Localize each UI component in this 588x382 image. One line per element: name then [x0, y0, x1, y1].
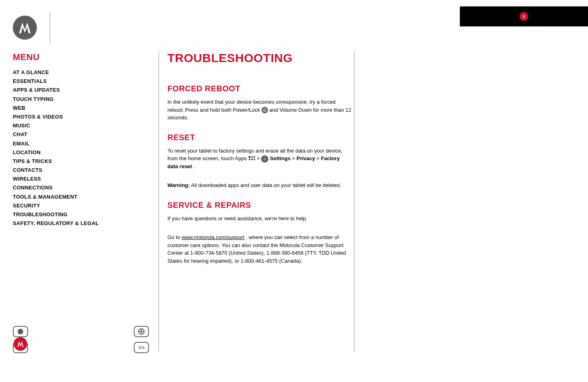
sidebar-item-safety-legal[interactable]: SAFETY, REGULATORY & LEGAL	[13, 220, 149, 227]
section-body-service2: Go to www.motorola.com/support , where y…	[167, 233, 352, 265]
section-heading-forced-reboot: FORCED REBOOT	[167, 84, 352, 93]
sidebar-item-at-a-glance[interactable]: AT A GLANCE	[13, 69, 149, 76]
content-column-divider	[354, 51, 354, 352]
bottom-nav: << >>	[13, 326, 149, 353]
section-body-reset: To reset your tablet to factory settings…	[167, 147, 352, 171]
sidebar-item-touch-typing[interactable]: TOUCH TYPING	[13, 96, 149, 103]
sidebar-list: AT A GLANCE ESSENTIALS APPS & UPDATES TO…	[13, 69, 149, 227]
text-reset-sep1: >	[292, 155, 296, 161]
sidebar-item-apps-updates[interactable]: APPS & UPDATES	[13, 86, 149, 94]
sidebar-item-connections[interactable]: CONNECTIONS	[13, 184, 149, 191]
text-service-pre: Go to	[167, 234, 181, 240]
text-reset-sep2: >	[316, 155, 321, 161]
top-brand-bar	[460, 6, 588, 26]
header-divider	[50, 12, 50, 43]
nav-globe-button[interactable]	[134, 326, 149, 337]
sidebar-item-troubleshooting[interactable]: TROUBLESHOOTING	[13, 211, 149, 218]
section-heading-service: SERVICE & REPAIRS	[167, 201, 352, 210]
text-reset-mid: >	[257, 155, 261, 161]
motorola-logo-icon	[520, 12, 528, 21]
text-warning-body: All downloaded apps and user data on you…	[191, 182, 341, 188]
power-lock-icon: ⏻	[262, 107, 268, 113]
motorola-logo-large-icon	[13, 16, 37, 40]
sidebar-item-chat[interactable]: CHAT	[13, 131, 149, 138]
sidebar-item-music[interactable]: MUSIC	[13, 122, 149, 129]
sidebar-menu: MENU AT A GLANCE ESSENTIALS APPS & UPDAT…	[13, 52, 149, 229]
sidebar-item-web[interactable]: WEB	[13, 105, 149, 112]
header-logo-area	[13, 12, 50, 43]
page-title: TROUBLESHOOTING	[167, 51, 352, 65]
sidebar-item-photos-videos[interactable]: PHOTOS & VIDEOS	[13, 113, 149, 121]
main-content: TROUBLESHOOTING FORCED REBOOT In the unl…	[167, 51, 352, 276]
nav-forward-button[interactable]: >>	[134, 342, 149, 353]
sidebar-item-tools-management[interactable]: TOOLS & MANAGEMENT	[13, 193, 149, 201]
text-warning-label: Warning:	[167, 182, 190, 188]
sidebar-item-contacts[interactable]: CONTACTS	[13, 167, 149, 174]
main-column-divider	[159, 51, 159, 352]
section-body-forced-reboot: In the unlikely event that your device b…	[167, 98, 352, 122]
support-link[interactable]: www.motorola.com/support	[181, 234, 244, 240]
globe-icon	[138, 328, 145, 335]
apps-grid-icon	[248, 156, 256, 162]
section-heading-reset: RESET	[167, 133, 352, 142]
section-warning-reset: Warning: All downloaded apps and user da…	[167, 181, 352, 189]
text-reset-settings: Settings	[270, 155, 290, 161]
sidebar-item-tips-tricks[interactable]: TIPS & TRICKS	[13, 158, 149, 165]
sidebar-item-security[interactable]: SECURITY	[13, 202, 149, 209]
text-reset-end: .	[193, 163, 195, 169]
sidebar-item-wireless[interactable]: WIRELESS	[13, 175, 149, 183]
sidebar-title: MENU	[13, 52, 149, 62]
sidebar-item-location[interactable]: LOCATION	[13, 149, 149, 156]
sidebar-item-email[interactable]: EMAIL	[13, 140, 149, 147]
sidebar-item-essentials[interactable]: ESSENTIALS	[13, 78, 149, 85]
section-body-service1: If you have questions or need assistance…	[167, 215, 352, 223]
text-reset-privacy: Privacy	[296, 155, 315, 161]
settings-gear-icon	[261, 155, 268, 163]
motorola-logo-footer-icon	[14, 337, 27, 351]
